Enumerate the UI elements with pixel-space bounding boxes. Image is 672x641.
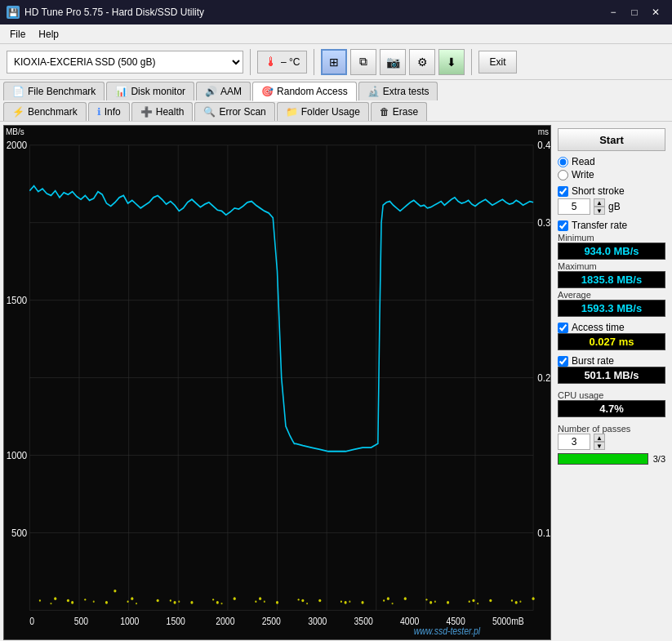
health-icon: ➕ [140,106,153,118]
passes-input[interactable] [558,434,590,450]
spinner-down[interactable]: ▼ [594,207,605,215]
window-controls: − □ ✕ [603,2,665,22]
svg-point-72 [425,599,427,600]
svg-point-50 [472,599,474,603]
tab-extra-tests-label: Extra tests [383,86,429,97]
exit-button[interactable]: Exit [478,51,516,73]
access-time-checkbox[interactable] [558,323,568,333]
svg-point-67 [212,599,214,600]
passes-progress-row: 3/3 [558,453,665,465]
tab-random-access-label: Random Access [277,86,348,97]
passes-label: Number of passes [558,424,665,434]
download-btn[interactable]: ⬇ [438,49,465,75]
short-stroke-text: Short stroke [572,185,625,197]
svg-point-49 [429,601,432,604]
copy-btn[interactable]: ⧉ [350,49,376,75]
menu-help[interactable]: Help [32,27,65,42]
y-axis-left-title: MB/s [6,127,24,136]
tab-disk-monitor-label: Disk monitor [131,86,185,97]
passes-spinner-up[interactable]: ▲ [594,434,605,442]
minimum-label: Minimum [558,233,665,243]
svg-point-56 [276,601,278,604]
tab-error-scan[interactable]: 🔍 Error Scan [194,102,274,121]
svg-text:0.20: 0.20 [537,372,550,385]
benchmark-chart: 2000 1500 1000 500 0.40 0.30 0.20 0.10 0… [4,126,550,639]
passes-spinner-down[interactable]: ▼ [594,442,605,450]
short-stroke-input[interactable] [558,198,590,215]
svg-point-65 [127,601,129,603]
toolbar-separator-1 [250,49,251,75]
maximize-button[interactable]: □ [625,2,644,22]
spinner-up[interactable]: ▲ [594,198,605,207]
tab-erase[interactable]: 🗑 Erase [371,102,427,121]
svg-text:www.ssd-tester.pl: www.ssd-tester.pl [414,625,481,636]
access-time-checkbox-label[interactable]: Access time [558,322,665,333]
chart-area: MB/s ms [3,125,551,640]
short-stroke-checkbox[interactable] [558,186,568,197]
svg-point-57 [318,599,321,603]
menu-bar: File Help [0,24,672,44]
short-stroke-checkbox-label[interactable]: Short stroke [558,185,665,197]
mode-radio-group: Read Write [558,156,665,180]
access-time-section: Access time 0.027 ms [558,322,665,350]
svg-point-68 [255,601,256,603]
svg-point-51 [515,601,518,604]
svg-text:1500: 1500 [167,617,185,627]
svg-point-38 [54,597,56,600]
burst-rate-checkbox-label[interactable]: Burst rate [558,355,665,367]
start-button[interactable]: Start [558,128,665,151]
transfer-rate-checkbox-label[interactable]: Transfer rate [558,220,665,231]
title-bar: 💾 HD Tune Pro 5.75 - Hard Disk/SSD Utili… [0,0,672,24]
tab-benchmark[interactable]: ⚡ Benchmark [3,102,87,121]
camera-btn[interactable]: 📷 [380,49,406,75]
tab-extra-tests[interactable]: 🔬 Extra tests [358,82,438,100]
tab-file-benchmark[interactable]: 📄 File Benchmark [3,82,105,100]
svg-text:500: 500 [74,617,88,627]
svg-point-61 [489,599,492,603]
tab-row-1: 📄 File Benchmark 📊 Disk monitor 🔊 AAM 🎯 … [0,80,672,100]
svg-point-40 [67,599,69,603]
svg-point-77 [136,603,137,604]
transfer-rate-checkbox[interactable] [558,220,568,231]
svg-point-47 [345,601,347,604]
window-title: HD Tune Pro 5.75 - Hard Disk/SSD Utility [24,7,204,18]
folder-usage-icon: 📁 [286,106,298,118]
tab-disk-monitor[interactable]: 📊 Disk monitor [106,82,194,100]
passes-spinner-row: ▲ ▼ [558,434,665,450]
read-radio-text: Read [572,156,595,167]
svg-point-64 [84,599,86,600]
title-bar-left: 💾 HD Tune Pro 5.75 - Hard Disk/SSD Utili… [7,6,204,19]
benchmark-icon: ⚡ [12,106,24,118]
svg-point-42 [173,601,176,604]
short-stroke-section: Short stroke ▲ ▼ gB [558,185,665,215]
svg-point-54 [190,601,193,604]
burst-rate-checkbox[interactable] [558,356,568,367]
svg-text:1000: 1000 [120,617,139,627]
menu-file[interactable]: File [3,27,32,42]
tab-health[interactable]: ➕ Health [131,102,194,121]
read-radio[interactable] [558,157,568,167]
short-stroke-unit: gB [608,201,621,212]
svg-text:2500: 2500 [262,617,281,627]
tab-folder-usage[interactable]: 📁 Folder Usage [277,102,369,121]
read-radio-label[interactable]: Read [558,156,665,167]
options-btn[interactable]: ⚙ [409,49,435,75]
svg-point-53 [157,599,159,603]
write-radio[interactable] [558,170,568,180]
write-radio-label[interactable]: Write [558,169,665,180]
svg-point-85 [477,603,478,604]
close-button[interactable]: ✕ [646,2,665,22]
svg-text:2000: 2000 [216,617,234,627]
tab-random-access[interactable]: 🎯 Random Access [252,82,357,101]
drive-selector[interactable]: KIOXIA-EXCERIA SSD (500 gB) [7,51,243,73]
svg-text:3500: 3500 [354,617,373,627]
svg-point-59 [404,597,407,600]
svg-point-80 [264,601,265,603]
screenshot-btn[interactable]: ⊞ [321,49,347,75]
access-time-value: 0.027 ms [558,333,665,350]
tab-aam[interactable]: 🔊 AAM [196,82,251,100]
minimize-button[interactable]: − [603,2,623,22]
tab-erase-label: Erase [393,106,418,118]
tab-info[interactable]: ℹ Info [88,102,130,121]
tab-aam-label: AAM [220,86,242,97]
